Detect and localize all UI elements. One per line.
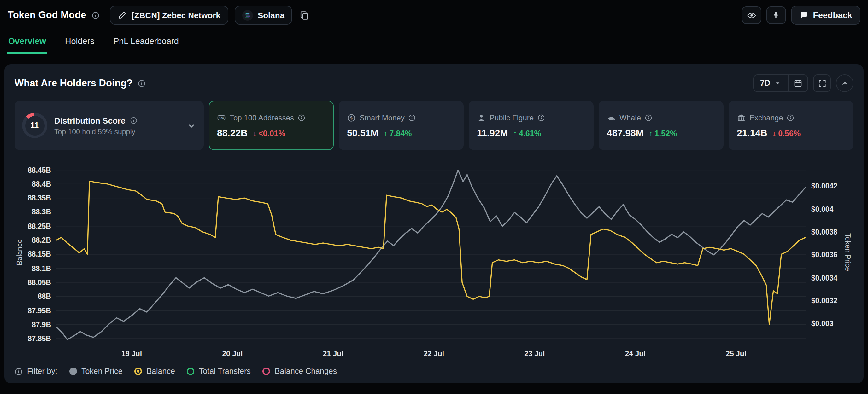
tab-pnl-leaderboard[interactable]: PnL Leaderboard [112, 30, 180, 54]
y-axis-left-tick: 88.45B [28, 166, 51, 174]
feedback-label: Feedback [813, 10, 852, 20]
metric-value: 88.22B [217, 127, 248, 138]
metric-change: ↓<0.01% [253, 129, 285, 138]
legend-marker [135, 367, 142, 375]
chevron-up-icon [841, 79, 849, 87]
copy-icon[interactable] [300, 10, 309, 20]
y-axis-left-title: Balance [14, 160, 25, 344]
token-selector[interactable]: [ZBCN] Zebec Network [110, 6, 229, 25]
calendar-button[interactable] [788, 75, 807, 91]
public-figure-icon [477, 113, 486, 122]
fullscreen-button[interactable] [813, 74, 831, 92]
chart-filter-legend: Filter by: Token Price Balance Total Tra… [14, 366, 854, 377]
chart-plot-area[interactable] [56, 160, 806, 344]
info-icon[interactable] [91, 11, 99, 19]
metric-card[interactable]: Smart Money 50.51M ↑7.84% [339, 101, 464, 150]
y-axis-right-tick: $0.0032 [811, 297, 837, 304]
metric-change: ↓0.56% [772, 129, 801, 138]
tab-holders[interactable]: Holders [64, 30, 96, 54]
y-axis-left-tick: 87.95B [28, 307, 51, 314]
range-dropdown[interactable]: 7D [754, 75, 788, 91]
y-axis-left-tick: 87.9B [32, 321, 51, 328]
top-bar: Token God Mode [ZBCN] Zebec Network Sola… [0, 0, 868, 30]
token-god-mode-app: Token God Mode [ZBCN] Zebec Network Sola… [0, 0, 868, 394]
info-icon[interactable] [14, 367, 23, 375]
x-axis-tick: 23 Jul [524, 350, 545, 357]
chart-canvas [56, 160, 806, 344]
edit-icon [118, 11, 126, 20]
tab-overview[interactable]: Overview [7, 30, 47, 54]
solana-icon [243, 10, 253, 21]
distribution-score-card[interactable]: 11 Distribution Score Top 100 hold 59% s… [14, 101, 204, 150]
info-icon[interactable] [408, 114, 416, 121]
chevron-down-icon[interactable] [187, 121, 196, 130]
distribution-gauge: 11 [22, 113, 47, 138]
chain-label: Solana [258, 10, 284, 20]
y-axis-left-tick: 88.25B [28, 223, 51, 230]
legend-item[interactable]: Balance [135, 367, 175, 376]
y-axis-right-title: Token Price [842, 160, 854, 344]
y-axis-left-tick: 88.15B [28, 251, 51, 258]
y-axis-right-tick: $0.0036 [811, 251, 837, 259]
filter-by-label: Filter by: [27, 367, 57, 376]
y-axis-left-tick: 88.35B [28, 194, 51, 202]
legend-marker [69, 367, 77, 375]
y-axis-right-tick: $0.0038 [811, 228, 837, 236]
info-icon[interactable] [787, 114, 795, 121]
info-icon[interactable] [645, 114, 652, 121]
token-selector-label: [ZBCN] Zebec Network [131, 10, 220, 20]
collapse-button[interactable] [836, 74, 854, 92]
top-100-addresses-icon [217, 113, 226, 122]
watch-button[interactable] [742, 6, 761, 24]
metric-change: ↑4.61% [513, 129, 541, 138]
metric-card[interactable]: Public Figure 11.92M ↑4.61% [469, 101, 594, 150]
holders-activity-panel: What Are Holders Doing? 7D [4, 64, 864, 383]
legend-marker [187, 367, 195, 375]
tab-label: Overview [8, 37, 46, 46]
y-axis-left-tick: 88.2B [32, 236, 51, 244]
metric-value: 11.92M [477, 127, 508, 138]
metric-card[interactable]: Exchange 21.14B ↓0.56% [728, 101, 854, 150]
metric-change: ↑1.52% [649, 129, 677, 138]
token-price-line [56, 170, 806, 340]
balance-line [56, 181, 806, 325]
expand-icon [818, 79, 826, 87]
metric-change: ↑7.84% [383, 129, 412, 138]
info-icon[interactable] [537, 114, 545, 121]
gridlines [56, 170, 806, 344]
metric-label: Top 100 Addresses [229, 113, 294, 122]
legend-item[interactable]: Balance Changes [263, 367, 337, 376]
legend-label: Token Price [82, 367, 123, 376]
metric-label: Smart Money [360, 113, 405, 122]
info-icon[interactable] [137, 79, 146, 87]
feedback-icon [799, 11, 808, 20]
legend-marker [263, 367, 270, 375]
metric-card[interactable]: Top 100 Addresses 88.22B ↓<0.01% [209, 101, 334, 150]
legend-label: Balance Changes [275, 367, 337, 376]
holders-chart: Balance 88.45B88.4B88.35B88.3B88.25B88.2… [14, 160, 854, 361]
y-axis-left-tick: 88B [38, 293, 51, 300]
legend-item[interactable]: Token Price [69, 367, 123, 376]
caret-down-icon [774, 79, 782, 87]
range-control-group: 7D [753, 74, 808, 92]
metric-card[interactable]: Whale 487.98M ↑1.52% [599, 101, 723, 150]
pin-button[interactable] [766, 6, 786, 24]
x-axis-tick: 19 Jul [121, 350, 142, 357]
metric-label: Public Figure [490, 113, 534, 122]
holder-metric-cards: 11 Distribution Score Top 100 hold 59% s… [14, 101, 854, 150]
feedback-button[interactable]: Feedback [791, 6, 861, 25]
metric-label: Whale [619, 113, 641, 122]
chain-selector[interactable]: Solana [235, 6, 292, 25]
page: Token God Mode [ZBCN] Zebec Network Sola… [0, 0, 868, 394]
legend-item[interactable]: Total Transfers [187, 367, 251, 376]
pin-icon [772, 11, 780, 20]
y-axis-right-tick: $0.0034 [811, 274, 837, 282]
y-axis-left-tick: 88.05B [28, 278, 51, 286]
x-axis-tick: 25 Jul [726, 350, 746, 357]
whale-icon [607, 113, 616, 122]
metric-value: 21.14B [737, 127, 767, 138]
y-axis-right-tick: $0.0042 [811, 183, 837, 190]
y-axis-left-tick: 87.85B [28, 335, 51, 342]
info-icon[interactable] [130, 117, 137, 124]
info-icon[interactable] [298, 114, 305, 121]
